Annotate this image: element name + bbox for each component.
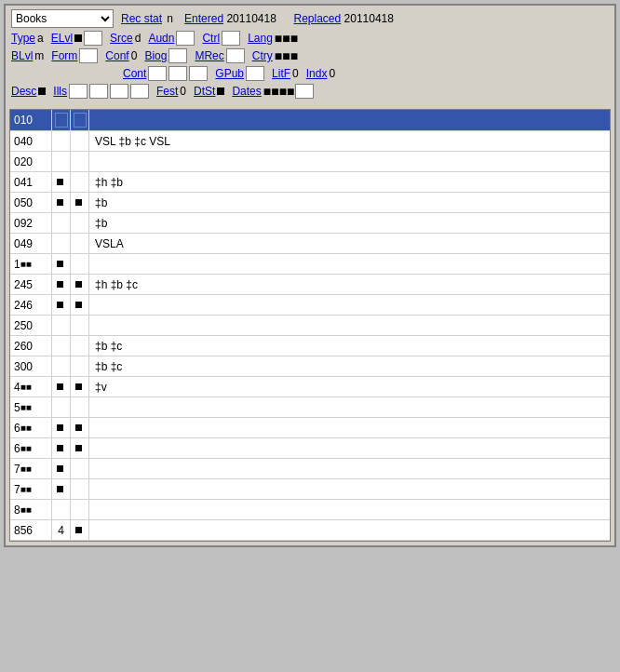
table-row[interactable]: 050 ‡b xyxy=(10,193,610,213)
type-group: Type a xyxy=(11,32,46,45)
entered-value: 20110418 xyxy=(226,12,276,25)
table-row[interactable]: 040 VSL ‡b ‡c VSL xyxy=(10,131,610,152)
tag-cell: 246 xyxy=(10,295,52,315)
ctry-label[interactable]: Ctry xyxy=(252,49,273,62)
ills-input3[interactable] xyxy=(110,84,128,99)
table-row[interactable]: 049 VSLA xyxy=(10,234,610,254)
cont-input3[interactable] xyxy=(189,66,208,81)
content-cell xyxy=(89,438,610,458)
content-cell xyxy=(89,418,610,437)
biog-label[interactable]: Biog xyxy=(144,49,167,62)
table-row[interactable]: 4■■ ‡v xyxy=(10,377,610,397)
indx-value: 0 xyxy=(329,67,335,80)
content-cell: ‡b xyxy=(89,213,610,233)
rec-stat-label[interactable]: Rec stat xyxy=(121,12,162,25)
audn-label[interactable]: Audn xyxy=(148,32,174,45)
table-row[interactable]: 250 xyxy=(10,316,610,336)
tag-cell: 049 xyxy=(10,234,52,253)
elvl-input[interactable] xyxy=(84,31,102,46)
dates-label[interactable]: Dates xyxy=(232,85,261,98)
dtst-label[interactable]: DtSt xyxy=(194,85,215,98)
table-row[interactable]: 6■■ xyxy=(10,438,610,459)
mrec-label[interactable]: MRec xyxy=(195,49,223,62)
ind1-value xyxy=(57,445,63,451)
ind1-cell[interactable] xyxy=(52,110,71,130)
header-row-0: Books Rec stat n Entered 20110418 Replac… xyxy=(11,9,609,28)
table-row[interactable]: 245 ‡h ‡b ‡c xyxy=(10,275,610,295)
desc-label[interactable]: Desc xyxy=(11,85,36,98)
audn-input[interactable] xyxy=(176,31,195,46)
ind2-cell xyxy=(71,459,89,478)
ind2-cell xyxy=(71,316,89,335)
ind2-cell xyxy=(71,131,89,151)
form-input[interactable] xyxy=(79,48,98,63)
table-row[interactable]: 856 4 xyxy=(10,520,610,541)
entered-label[interactable]: Entered xyxy=(184,12,223,25)
ctrl-input[interactable] xyxy=(222,31,240,46)
books-select[interactable]: Books xyxy=(11,9,114,28)
ctrl-label[interactable]: Ctrl xyxy=(202,32,220,45)
fest-label[interactable]: Fest xyxy=(156,85,178,98)
records-area: 010 040 VSL ‡b ‡c VSL 020 xyxy=(9,109,611,542)
mrec-group: MRec xyxy=(195,48,246,63)
table-row[interactable]: 8■■ xyxy=(10,500,610,520)
litf-label[interactable]: LitF xyxy=(272,67,290,80)
table-row[interactable]: 5■■ xyxy=(10,397,610,418)
tag-cell: 260 xyxy=(10,336,52,356)
table-row[interactable]: 010 xyxy=(10,110,610,131)
content-input[interactable] xyxy=(95,113,604,128)
ills-input1[interactable] xyxy=(69,84,88,99)
srce-label[interactable]: Srce xyxy=(110,32,133,45)
cont-label[interactable]: Cont xyxy=(123,67,146,80)
ind1-cell xyxy=(52,479,71,499)
tag-cell: 300 xyxy=(10,356,52,376)
lang-dots: ■■■ xyxy=(275,31,298,46)
ind1-input[interactable] xyxy=(55,113,68,128)
table-row[interactable]: 020 xyxy=(10,152,610,172)
table-row[interactable]: 246 xyxy=(10,295,610,316)
table-row[interactable]: 092 ‡b xyxy=(10,213,610,234)
desc-group: Desc xyxy=(11,85,47,98)
ills-label[interactable]: Ills xyxy=(53,85,67,98)
rec-stat-value: n xyxy=(167,12,173,25)
ills-input2[interactable] xyxy=(89,84,108,99)
form-label[interactable]: Form xyxy=(51,49,77,62)
dtst-group: DtSt xyxy=(194,85,226,98)
mrec-input[interactable] xyxy=(226,48,245,63)
gpub-label[interactable]: GPub xyxy=(215,67,244,80)
indx-label[interactable]: Indx xyxy=(306,67,328,80)
gpub-input[interactable] xyxy=(246,66,264,81)
lang-label[interactable]: Lang xyxy=(248,32,273,45)
elvl-label[interactable]: ELvl xyxy=(51,32,73,45)
content-cell[interactable] xyxy=(89,110,610,130)
table-row[interactable]: 300 ‡b ‡c xyxy=(10,356,610,377)
ind1-cell xyxy=(52,172,71,192)
ind2-value xyxy=(75,383,82,390)
table-row[interactable]: 7■■ xyxy=(10,459,610,479)
tag-cell: 050 xyxy=(10,193,52,212)
biog-input[interactable] xyxy=(168,48,187,63)
main-container: Books Rec stat n Entered 20110418 Replac… xyxy=(4,4,616,547)
conf-label[interactable]: Conf xyxy=(105,49,128,62)
table-row[interactable]: 7■■ xyxy=(10,479,610,500)
table-row[interactable]: 260 ‡b ‡c xyxy=(10,336,610,356)
content-cell: ‡h ‡b ‡c xyxy=(89,275,610,294)
ind2-cell xyxy=(71,152,89,171)
cont-input2[interactable] xyxy=(168,66,187,81)
ind2-cell[interactable] xyxy=(71,110,89,130)
ind2-cell xyxy=(71,500,89,519)
table-row[interactable]: 041 ‡h ‡b xyxy=(10,172,610,193)
replaced-label[interactable]: Replaced xyxy=(294,12,342,25)
ind2-value xyxy=(75,424,82,431)
ills-input4[interactable] xyxy=(130,84,149,99)
ind1-cell: 4 xyxy=(52,520,71,540)
ind1-value xyxy=(57,465,63,472)
table-row[interactable]: 1■■ xyxy=(10,254,610,275)
ind2-input[interactable] xyxy=(74,113,87,128)
header-row-2: BLvl m Form Conf 0 Biog MRec Ctry ■■■ xyxy=(11,48,609,63)
table-row[interactable]: 6■■ xyxy=(10,418,610,438)
blvl-label[interactable]: BLvl xyxy=(11,49,33,62)
dates-input[interactable] xyxy=(295,84,314,99)
cont-input1[interactable] xyxy=(148,66,167,81)
type-label[interactable]: Type xyxy=(11,32,35,45)
